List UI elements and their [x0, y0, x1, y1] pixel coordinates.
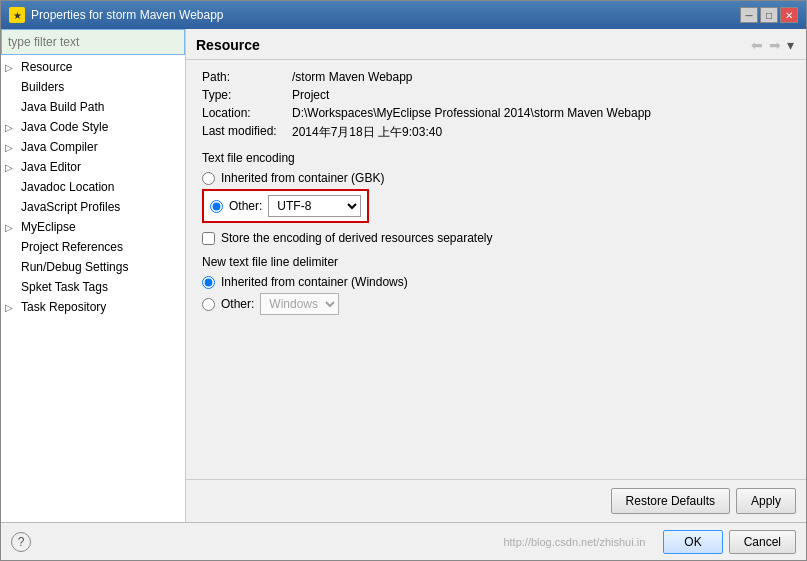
window-icon: ★	[9, 7, 25, 23]
expand-arrow: ▷	[5, 142, 17, 153]
apply-button[interactable]: Apply	[736, 488, 796, 514]
sidebar-item-resource[interactable]: ▷ Resource	[1, 57, 185, 77]
sidebar-item-label: Resource	[21, 60, 72, 74]
store-encoding-checkbox[interactable]	[202, 232, 215, 245]
type-value: Project	[292, 88, 790, 102]
other-encoding-label: Other:	[229, 199, 262, 213]
panel-footer: Restore Defaults Apply	[186, 479, 806, 522]
sidebar-item-label: JavaScript Profiles	[21, 200, 120, 214]
titlebar-left: ★ Properties for storm Maven Webapp	[9, 7, 224, 23]
delimiter-select[interactable]: Windows Unix Mac	[260, 293, 339, 315]
sidebar-item-builders[interactable]: Builders	[1, 77, 185, 97]
expand-arrow: ▷	[5, 302, 17, 313]
modified-label: Last modified:	[202, 124, 292, 141]
encoding-section: Text file encoding Inherited from contai…	[202, 151, 790, 245]
cancel-button[interactable]: Cancel	[729, 530, 796, 554]
expand-arrow: ▷	[5, 222, 17, 233]
other-delimiter-radio[interactable]	[202, 298, 215, 311]
modified-row: Last modified: 2014年7月18日 上午9:03:40	[202, 124, 790, 141]
sidebar-item-label: Project References	[21, 240, 123, 254]
other-delimiter-label: Other:	[221, 297, 254, 311]
other-encoding-row: Other: UTF-8 GBK ISO-8859-1 US-ASCII UTF…	[202, 189, 369, 223]
path-row: Path: /storm Maven Webapp	[202, 70, 790, 84]
sidebar-item-label: Spket Task Tags	[21, 280, 108, 294]
dialog-footer: ? http://blog.csdn.net/zhishui.in OK Can…	[1, 522, 806, 560]
sidebar-item-label: Task Repository	[21, 300, 106, 314]
sidebar-item-label: Run/Debug Settings	[21, 260, 128, 274]
sidebar-item-label: Javadoc Location	[21, 180, 114, 194]
sidebar-item-label: Java Code Style	[21, 120, 108, 134]
help-button[interactable]: ?	[11, 532, 31, 552]
inherited-delimiter-row: Inherited from container (Windows)	[202, 275, 790, 289]
sidebar-item-spket-task-tags[interactable]: Spket Task Tags	[1, 277, 185, 297]
titlebar: ★ Properties for storm Maven Webapp ─ □ …	[1, 1, 806, 29]
encoding-select[interactable]: UTF-8 GBK ISO-8859-1 US-ASCII UTF-16	[268, 195, 361, 217]
expand-arrow: ▷	[5, 122, 17, 133]
sidebar-item-java-compiler[interactable]: ▷ Java Compiler	[1, 137, 185, 157]
restore-defaults-button[interactable]: Restore Defaults	[611, 488, 730, 514]
path-label: Path:	[202, 70, 292, 84]
location-label: Location:	[202, 106, 292, 120]
inherited-encoding-label: Inherited from container (GBK)	[221, 171, 384, 185]
expand-arrow: ▷	[5, 62, 17, 73]
close-button[interactable]: ✕	[780, 7, 798, 23]
modified-value: 2014年7月18日 上午9:03:40	[292, 124, 790, 141]
path-value: /storm Maven Webapp	[292, 70, 790, 84]
sidebar-item-label: Builders	[21, 80, 64, 94]
sidebar-items: ▷ Resource Builders Java Build Path ▷ Ja…	[1, 55, 185, 522]
inherited-encoding-radio[interactable]	[202, 172, 215, 185]
panel-body: Path: /storm Maven Webapp Type: Project …	[186, 60, 806, 479]
sidebar-item-run-debug-settings[interactable]: Run/Debug Settings	[1, 257, 185, 277]
other-encoding-radio[interactable]	[210, 200, 223, 213]
sidebar-item-myeclipse[interactable]: ▷ MyEclipse	[1, 217, 185, 237]
encoding-section-title: Text file encoding	[202, 151, 790, 165]
titlebar-title: Properties for storm Maven Webapp	[31, 8, 224, 22]
sidebar-item-label: Java Compiler	[21, 140, 98, 154]
right-panel: Resource ⬅ ➡ ▾ Path: /storm Maven Webapp…	[186, 29, 806, 522]
sidebar-item-java-code-style[interactable]: ▷ Java Code Style	[1, 117, 185, 137]
sidebar-item-task-repository[interactable]: ▷ Task Repository	[1, 297, 185, 317]
watermark-text: http://blog.csdn.net/zhishui.in	[503, 536, 645, 548]
maximize-button[interactable]: □	[760, 7, 778, 23]
filter-input[interactable]	[1, 29, 185, 55]
sidebar-item-javadoc-location[interactable]: Javadoc Location	[1, 177, 185, 197]
dialog-footer-right: OK Cancel	[663, 530, 796, 554]
minimize-button[interactable]: ─	[740, 7, 758, 23]
sidebar: ▷ Resource Builders Java Build Path ▷ Ja…	[1, 29, 186, 522]
sidebar-item-java-build-path[interactable]: Java Build Path	[1, 97, 185, 117]
location-row: Location: D:\Workspaces\MyEclipse Profes…	[202, 106, 790, 120]
panel-header: Resource ⬅ ➡ ▾	[186, 29, 806, 60]
properties-dialog: ★ Properties for storm Maven Webapp ─ □ …	[0, 0, 807, 561]
type-row: Type: Project	[202, 88, 790, 102]
ok-button[interactable]: OK	[663, 530, 722, 554]
expand-arrow: ▷	[5, 162, 17, 173]
inherited-delimiter-radio[interactable]	[202, 276, 215, 289]
delimiter-section-title: New text file line delimiter	[202, 255, 790, 269]
nav-dropdown-button[interactable]: ▾	[785, 35, 796, 55]
store-encoding-row: Store the encoding of derived resources …	[202, 231, 790, 245]
delimiter-section: New text file line delimiter Inherited f…	[202, 255, 790, 315]
sidebar-item-label: Java Build Path	[21, 100, 104, 114]
sidebar-item-javascript-profiles[interactable]: JavaScript Profiles	[1, 197, 185, 217]
sidebar-item-java-editor[interactable]: ▷ Java Editor	[1, 157, 185, 177]
panel-title: Resource	[196, 37, 260, 53]
type-label: Type:	[202, 88, 292, 102]
nav-arrows: ⬅ ➡ ▾	[749, 35, 796, 55]
inherited-encoding-row: Inherited from container (GBK)	[202, 171, 790, 185]
titlebar-controls: ─ □ ✕	[740, 7, 798, 23]
nav-forward-button[interactable]: ➡	[767, 35, 783, 55]
store-encoding-label: Store the encoding of derived resources …	[221, 231, 493, 245]
sidebar-item-project-references[interactable]: Project References	[1, 237, 185, 257]
main-content: ▷ Resource Builders Java Build Path ▷ Ja…	[1, 29, 806, 522]
dialog-footer-left: ?	[11, 532, 31, 552]
inherited-delimiter-label: Inherited from container (Windows)	[221, 275, 408, 289]
location-value: D:\Workspaces\MyEclipse Professional 201…	[292, 106, 790, 120]
sidebar-item-label: MyEclipse	[21, 220, 76, 234]
nav-back-button[interactable]: ⬅	[749, 35, 765, 55]
other-delimiter-row: Other: Windows Unix Mac	[202, 293, 790, 315]
sidebar-item-label: Java Editor	[21, 160, 81, 174]
